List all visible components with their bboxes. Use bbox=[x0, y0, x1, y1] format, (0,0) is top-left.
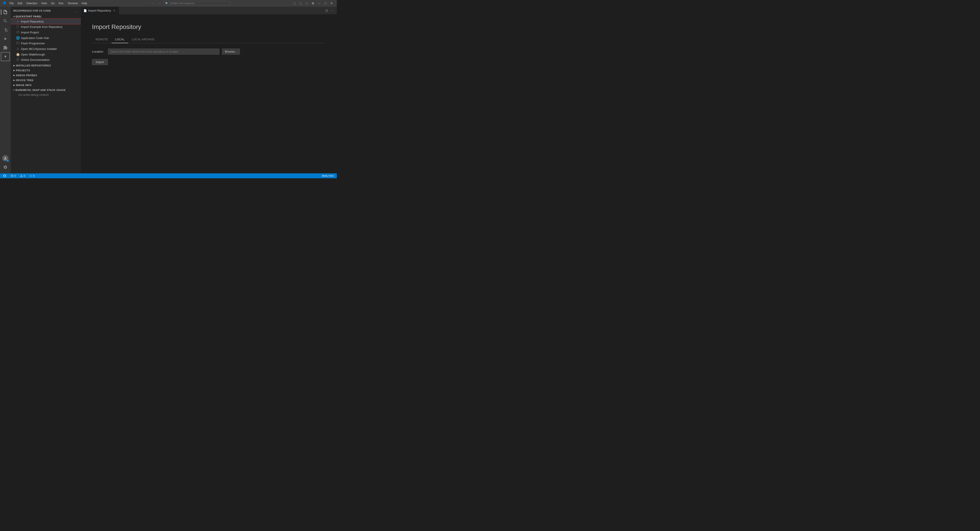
sidebar-item-import-project[interactable]: Import Project bbox=[11, 30, 81, 35]
menu-edit[interactable]: Edit bbox=[16, 2, 24, 5]
debug-probes-arrow-icon: ▶ bbox=[13, 74, 15, 77]
installer-icon bbox=[16, 47, 20, 51]
menu-view[interactable]: View bbox=[40, 2, 49, 5]
image-info-label: Image Info bbox=[16, 84, 32, 86]
baremetal-header[interactable]: ▾ Baremetal Heap and Stack Usage bbox=[11, 88, 81, 92]
flash-programmer-label: Flash Programmer bbox=[21, 41, 78, 45]
device-tree-header[interactable]: ▶ Device Tree bbox=[11, 78, 81, 83]
activity-icon-extensions[interactable] bbox=[1, 43, 10, 52]
titlebar-menu: File Edit Selection View Go Run Terminal… bbox=[8, 2, 89, 5]
quickstart-panel-header[interactable]: ▾ Quickstart Panel bbox=[11, 14, 81, 19]
projects-header[interactable]: ▶ Projects bbox=[11, 68, 81, 73]
page-title: Import Repository bbox=[92, 23, 326, 30]
status-remote-button[interactable] bbox=[2, 174, 7, 177]
status-bar: 0 0 0 ANALYSIS bbox=[0, 173, 337, 178]
menu-go[interactable]: Go bbox=[49, 2, 56, 5]
walkthrough-label: Open Walkthrough bbox=[21, 53, 78, 56]
activity-icon-explorer[interactable] bbox=[1, 8, 10, 16]
tab-import-repository[interactable]: 📄 Import Repository ✕ bbox=[81, 7, 119, 14]
tab-local[interactable]: LOCAL bbox=[111, 36, 128, 43]
image-info-header[interactable]: ▶ Image Info bbox=[11, 83, 81, 88]
menu-run[interactable]: Run bbox=[57, 2, 65, 5]
activity-icon-search[interactable] bbox=[1, 16, 10, 26]
image-info-section: ▶ Image Info bbox=[11, 83, 81, 88]
sidebar-item-installer[interactable]: Open MCUXpresso Installer bbox=[11, 46, 81, 52]
installed-repos-header[interactable]: ▶ Installed Repositories bbox=[11, 63, 81, 68]
error-count: 0 bbox=[14, 174, 16, 177]
search-icon: 🔍 bbox=[165, 2, 169, 5]
activity-icon-settings[interactable] bbox=[1, 163, 10, 172]
status-analysis-button[interactable]: ANALYSIS bbox=[321, 174, 334, 177]
sidebar-more-actions-button[interactable]: ... bbox=[74, 8, 78, 13]
import-button[interactable]: Import bbox=[92, 59, 108, 65]
content-tabs: REMOTE LOCAL LOCAL ARCHIVE bbox=[92, 36, 326, 43]
location-label: Location: bbox=[92, 50, 105, 53]
browse-button[interactable]: Browse... bbox=[222, 49, 240, 54]
status-warnings[interactable]: 0 bbox=[19, 174, 26, 177]
menu-help[interactable]: Help bbox=[80, 2, 89, 5]
menu-terminal[interactable]: Terminal bbox=[66, 2, 79, 5]
location-input[interactable] bbox=[108, 49, 220, 54]
activity-bottom: 1 bbox=[1, 155, 10, 173]
tab-import-repository-label: Import Repository bbox=[88, 9, 111, 12]
svg-rect-0 bbox=[17, 42, 19, 44]
search-wrap: 🔍 bbox=[164, 1, 230, 6]
status-errors[interactable]: 0 bbox=[10, 174, 16, 177]
layout-split-button[interactable]: ⬚ bbox=[298, 1, 303, 6]
quickstart-arrow-icon: ▾ bbox=[13, 15, 15, 18]
installed-repos-label: Installed Repositories bbox=[16, 64, 51, 67]
close-button[interactable]: ✕ bbox=[329, 1, 334, 6]
sidebar-item-import-repository[interactable]: + Import Repository bbox=[11, 19, 81, 24]
menu-file[interactable]: File bbox=[8, 2, 15, 5]
sidebar-item-flash-programmer[interactable]: Flash Programmer bbox=[11, 41, 81, 46]
device-tree-label: Device Tree bbox=[16, 79, 33, 81]
layout-custom-button[interactable]: ⊞ bbox=[310, 1, 316, 6]
activity-icon-source-control[interactable] bbox=[1, 26, 10, 34]
titlebar-center: ← → 🔍 bbox=[150, 1, 230, 6]
sidebar-header: MCUXpresso for VS Code ... bbox=[11, 7, 81, 14]
titlebar-right: ⬚ ⬚ ⬚ ⊞ – □ ✕ bbox=[291, 1, 334, 6]
activity-bar: ✕ 1 bbox=[0, 7, 11, 173]
titlebar-left: File Edit Selection View Go Run Terminal… bbox=[2, 1, 89, 6]
sidebar-title: MCUXpresso for VS Code bbox=[13, 10, 51, 12]
main-layout: ✕ 1 MCUXpresso for VS Code ... bbox=[0, 7, 337, 173]
device-tree-arrow-icon: ▶ bbox=[13, 79, 15, 81]
split-editor-button[interactable]: ⊟ bbox=[324, 8, 329, 13]
minimize-button[interactable]: – bbox=[316, 1, 322, 6]
sidebar-item-import-example[interactable]: Import Example from Repository bbox=[11, 24, 81, 30]
quickstart-panel: ▾ Quickstart Panel + Import Repository I… bbox=[11, 14, 81, 63]
projects-section: ▶ Projects bbox=[11, 68, 81, 73]
debug-probes-label: Debug Probes bbox=[16, 74, 37, 77]
online-docs-label: Online Documentation bbox=[21, 58, 78, 62]
app-code-hub-label: Application Code Hub bbox=[21, 36, 78, 40]
sidebar-item-walkthrough[interactable]: 🏠 Open Walkthrough bbox=[11, 52, 81, 57]
globe-icon: 🌐 bbox=[16, 36, 20, 40]
maximize-button[interactable]: □ bbox=[323, 1, 328, 6]
layout-toggle-button[interactable]: ⬚ bbox=[291, 1, 297, 6]
avatar[interactable]: 1 bbox=[2, 155, 8, 161]
search-input[interactable] bbox=[164, 1, 230, 6]
activity-icon-mcuxpresso[interactable]: ✕ bbox=[1, 52, 10, 61]
baremetal-section: ▾ Baremetal Heap and Stack Usage <no act… bbox=[11, 88, 81, 97]
menu-selection[interactable]: Selection bbox=[24, 2, 39, 5]
layout-grid-button[interactable]: ⬚ bbox=[304, 1, 310, 6]
tab-bar-actions: ⊟ ⋯ bbox=[324, 8, 337, 13]
import-repository-label: Import Repository bbox=[21, 20, 78, 23]
status-info[interactable]: 0 bbox=[29, 174, 35, 177]
import-repository-page: Import Repository REMOTE LOCAL LOCAL ARC… bbox=[81, 14, 337, 173]
image-info-arrow-icon: ▶ bbox=[13, 84, 15, 86]
more-tabs-button[interactable]: ⋯ bbox=[330, 8, 335, 13]
tab-bar: 📄 Import Repository ✕ ⊟ ⋯ bbox=[81, 7, 337, 14]
tab-close-button[interactable]: ✕ bbox=[113, 9, 116, 13]
nav-back-button[interactable]: ← bbox=[150, 1, 156, 6]
sidebar-item-online-docs[interactable]: Online Documentation bbox=[11, 57, 81, 62]
tab-remote[interactable]: REMOTE bbox=[92, 36, 111, 43]
no-debug-context-text: <no active debug context> bbox=[11, 92, 81, 97]
nav-forward-button[interactable]: → bbox=[157, 1, 162, 6]
debug-probes-header[interactable]: ▶ Debug Probes bbox=[11, 73, 81, 78]
device-tree-section: ▶ Device Tree bbox=[11, 78, 81, 83]
tab-local-archive[interactable]: LOCAL ARCHIVE bbox=[128, 36, 158, 43]
sidebar-item-app-code-hub[interactable]: 🌐 Application Code Hub bbox=[11, 35, 81, 41]
flash-icon bbox=[16, 41, 20, 45]
activity-icon-debug[interactable] bbox=[1, 34, 10, 43]
